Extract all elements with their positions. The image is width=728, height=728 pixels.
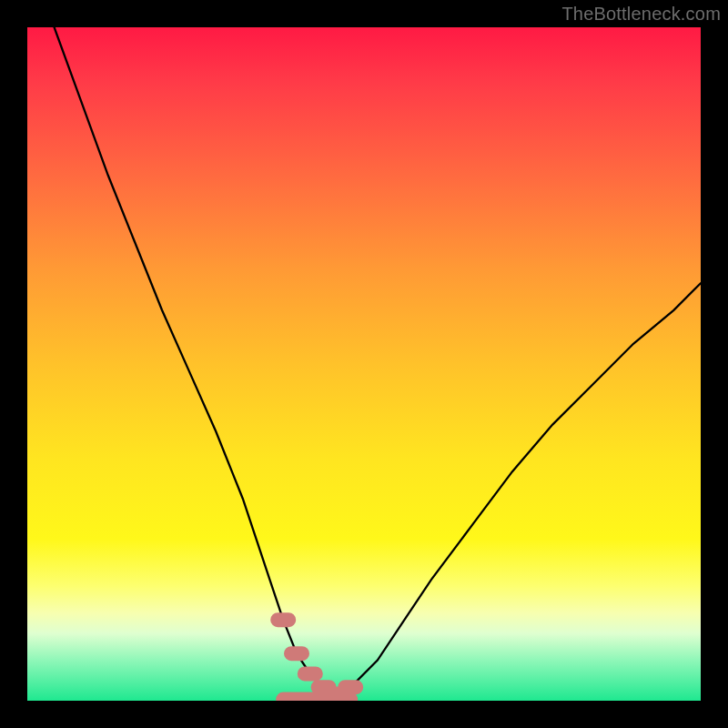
curve-layer: [27, 27, 701, 701]
watermark-text: TheBottleneck.com: [561, 4, 721, 25]
bottleneck-curve: [55, 27, 701, 694]
chart-frame: TheBottleneck.com: [0, 0, 728, 728]
plot-area: [27, 27, 701, 701]
flat-region-markers: [278, 620, 356, 699]
